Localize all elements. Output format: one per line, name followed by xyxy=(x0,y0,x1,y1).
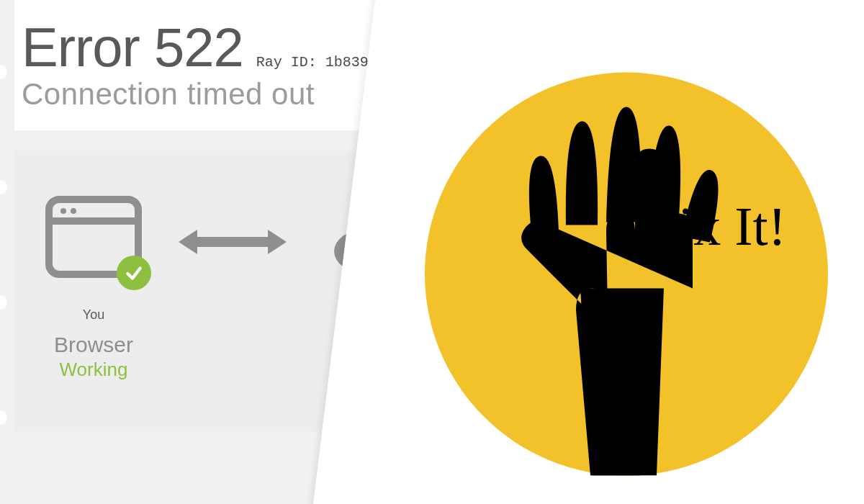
fix-it-overlay: Fix It! xyxy=(308,0,864,504)
fix-it-badge: Fix It! xyxy=(425,73,828,476)
node-tag: You xyxy=(83,307,104,323)
svg-marker-5 xyxy=(179,230,197,254)
svg-marker-6 xyxy=(268,230,287,254)
double-arrow-icon xyxy=(179,224,287,260)
svg-point-3 xyxy=(71,208,76,214)
svg-point-2 xyxy=(60,208,66,214)
error-title: Error 522 xyxy=(22,16,243,78)
fix-it-label: Fix It! xyxy=(648,195,786,258)
raised-hand-icon xyxy=(425,73,828,476)
node-status: Working xyxy=(60,359,128,381)
check-badge-icon xyxy=(117,256,151,290)
node-name: Browser xyxy=(54,333,133,357)
node-browser: You Browser Working xyxy=(43,194,144,381)
